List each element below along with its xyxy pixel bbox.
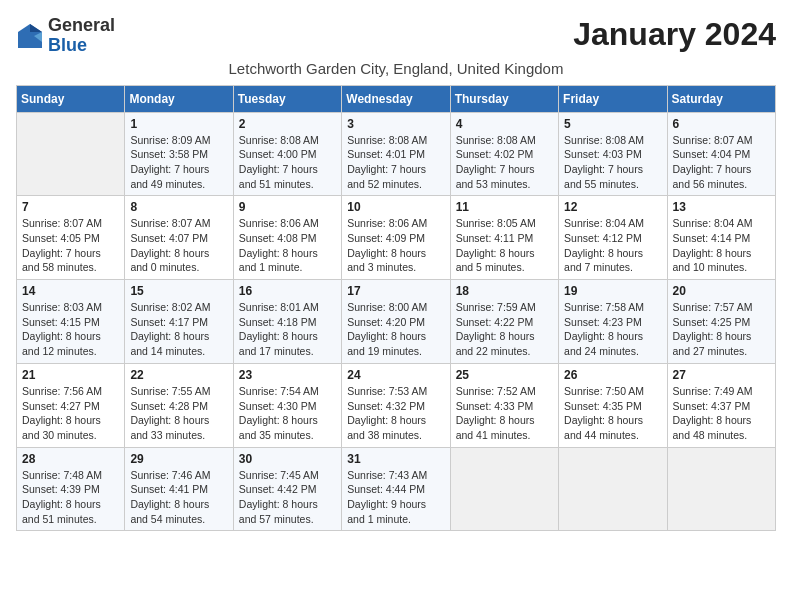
logo-general-text: General <box>48 15 115 35</box>
day-number: 22 <box>130 368 227 382</box>
day-info: Sunrise: 8:07 AMSunset: 4:04 PMDaylight:… <box>673 133 770 192</box>
svg-marker-1 <box>30 24 42 32</box>
calendar-cell: 29Sunrise: 7:46 AMSunset: 4:41 PMDayligh… <box>125 447 233 531</box>
calendar-cell: 24Sunrise: 7:53 AMSunset: 4:32 PMDayligh… <box>342 363 450 447</box>
day-info: Sunrise: 8:07 AMSunset: 4:07 PMDaylight:… <box>130 216 227 275</box>
calendar-cell: 3Sunrise: 8:08 AMSunset: 4:01 PMDaylight… <box>342 112 450 196</box>
day-number: 31 <box>347 452 444 466</box>
day-number: 26 <box>564 368 661 382</box>
calendar-cell <box>450 447 558 531</box>
calendar-cell: 10Sunrise: 8:06 AMSunset: 4:09 PMDayligh… <box>342 196 450 280</box>
day-info: Sunrise: 8:04 AMSunset: 4:14 PMDaylight:… <box>673 216 770 275</box>
day-number: 21 <box>22 368 119 382</box>
day-number: 9 <box>239 200 336 214</box>
day-info: Sunrise: 8:02 AMSunset: 4:17 PMDaylight:… <box>130 300 227 359</box>
calendar-cell: 11Sunrise: 8:05 AMSunset: 4:11 PMDayligh… <box>450 196 558 280</box>
day-number: 13 <box>673 200 770 214</box>
day-info: Sunrise: 7:55 AMSunset: 4:28 PMDaylight:… <box>130 384 227 443</box>
calendar-cell: 15Sunrise: 8:02 AMSunset: 4:17 PMDayligh… <box>125 280 233 364</box>
day-number: 11 <box>456 200 553 214</box>
day-info: Sunrise: 7:58 AMSunset: 4:23 PMDaylight:… <box>564 300 661 359</box>
day-info: Sunrise: 8:01 AMSunset: 4:18 PMDaylight:… <box>239 300 336 359</box>
day-info: Sunrise: 8:08 AMSunset: 4:00 PMDaylight:… <box>239 133 336 192</box>
calendar-cell: 12Sunrise: 8:04 AMSunset: 4:12 PMDayligh… <box>559 196 667 280</box>
calendar-cell: 6Sunrise: 8:07 AMSunset: 4:04 PMDaylight… <box>667 112 775 196</box>
title-section: January 2024 <box>573 16 776 53</box>
calendar-cell: 27Sunrise: 7:49 AMSunset: 4:37 PMDayligh… <box>667 363 775 447</box>
calendar-cell: 9Sunrise: 8:06 AMSunset: 4:08 PMDaylight… <box>233 196 341 280</box>
day-number: 4 <box>456 117 553 131</box>
logo-text: General Blue <box>48 16 115 56</box>
day-info: Sunrise: 8:06 AMSunset: 4:08 PMDaylight:… <box>239 216 336 275</box>
day-number: 7 <box>22 200 119 214</box>
day-info: Sunrise: 8:08 AMSunset: 4:03 PMDaylight:… <box>564 133 661 192</box>
calendar-cell: 4Sunrise: 8:08 AMSunset: 4:02 PMDaylight… <box>450 112 558 196</box>
logo-blue-text: Blue <box>48 35 87 55</box>
day-info: Sunrise: 8:03 AMSunset: 4:15 PMDaylight:… <box>22 300 119 359</box>
day-number: 12 <box>564 200 661 214</box>
day-number: 3 <box>347 117 444 131</box>
calendar-cell <box>667 447 775 531</box>
calendar-week-row: 21Sunrise: 7:56 AMSunset: 4:27 PMDayligh… <box>17 363 776 447</box>
calendar-cell: 16Sunrise: 8:01 AMSunset: 4:18 PMDayligh… <box>233 280 341 364</box>
day-number: 18 <box>456 284 553 298</box>
day-info: Sunrise: 8:07 AMSunset: 4:05 PMDaylight:… <box>22 216 119 275</box>
calendar-cell: 28Sunrise: 7:48 AMSunset: 4:39 PMDayligh… <box>17 447 125 531</box>
calendar-table: SundayMondayTuesdayWednesdayThursdayFrid… <box>16 85 776 532</box>
day-number: 1 <box>130 117 227 131</box>
day-info: Sunrise: 7:46 AMSunset: 4:41 PMDaylight:… <box>130 468 227 527</box>
calendar-cell <box>17 112 125 196</box>
column-header-friday: Friday <box>559 85 667 112</box>
location-title: Letchworth Garden City, England, United … <box>16 60 776 77</box>
day-number: 2 <box>239 117 336 131</box>
calendar-cell: 30Sunrise: 7:45 AMSunset: 4:42 PMDayligh… <box>233 447 341 531</box>
day-number: 16 <box>239 284 336 298</box>
day-number: 29 <box>130 452 227 466</box>
calendar-cell: 20Sunrise: 7:57 AMSunset: 4:25 PMDayligh… <box>667 280 775 364</box>
day-info: Sunrise: 7:43 AMSunset: 4:44 PMDaylight:… <box>347 468 444 527</box>
logo-icon <box>16 22 44 50</box>
column-header-monday: Monday <box>125 85 233 112</box>
month-title: January 2024 <box>573 16 776 53</box>
day-number: 28 <box>22 452 119 466</box>
calendar-cell: 1Sunrise: 8:09 AMSunset: 3:58 PMDaylight… <box>125 112 233 196</box>
day-number: 5 <box>564 117 661 131</box>
column-header-thursday: Thursday <box>450 85 558 112</box>
calendar-cell: 7Sunrise: 8:07 AMSunset: 4:05 PMDaylight… <box>17 196 125 280</box>
day-info: Sunrise: 7:53 AMSunset: 4:32 PMDaylight:… <box>347 384 444 443</box>
column-header-saturday: Saturday <box>667 85 775 112</box>
calendar-cell: 17Sunrise: 8:00 AMSunset: 4:20 PMDayligh… <box>342 280 450 364</box>
calendar-cell: 14Sunrise: 8:03 AMSunset: 4:15 PMDayligh… <box>17 280 125 364</box>
day-number: 27 <box>673 368 770 382</box>
day-info: Sunrise: 7:56 AMSunset: 4:27 PMDaylight:… <box>22 384 119 443</box>
calendar-cell: 31Sunrise: 7:43 AMSunset: 4:44 PMDayligh… <box>342 447 450 531</box>
day-info: Sunrise: 7:54 AMSunset: 4:30 PMDaylight:… <box>239 384 336 443</box>
day-number: 24 <box>347 368 444 382</box>
calendar-cell: 13Sunrise: 8:04 AMSunset: 4:14 PMDayligh… <box>667 196 775 280</box>
day-info: Sunrise: 7:59 AMSunset: 4:22 PMDaylight:… <box>456 300 553 359</box>
day-number: 30 <box>239 452 336 466</box>
day-number: 8 <box>130 200 227 214</box>
calendar-cell: 18Sunrise: 7:59 AMSunset: 4:22 PMDayligh… <box>450 280 558 364</box>
calendar-week-row: 1Sunrise: 8:09 AMSunset: 3:58 PMDaylight… <box>17 112 776 196</box>
calendar-week-row: 14Sunrise: 8:03 AMSunset: 4:15 PMDayligh… <box>17 280 776 364</box>
day-number: 17 <box>347 284 444 298</box>
calendar-week-row: 28Sunrise: 7:48 AMSunset: 4:39 PMDayligh… <box>17 447 776 531</box>
calendar-cell: 2Sunrise: 8:08 AMSunset: 4:00 PMDaylight… <box>233 112 341 196</box>
calendar-week-row: 7Sunrise: 8:07 AMSunset: 4:05 PMDaylight… <box>17 196 776 280</box>
logo: General Blue <box>16 16 115 56</box>
day-number: 6 <box>673 117 770 131</box>
day-number: 20 <box>673 284 770 298</box>
day-info: Sunrise: 7:48 AMSunset: 4:39 PMDaylight:… <box>22 468 119 527</box>
calendar-cell: 25Sunrise: 7:52 AMSunset: 4:33 PMDayligh… <box>450 363 558 447</box>
day-info: Sunrise: 7:50 AMSunset: 4:35 PMDaylight:… <box>564 384 661 443</box>
calendar-cell: 19Sunrise: 7:58 AMSunset: 4:23 PMDayligh… <box>559 280 667 364</box>
day-info: Sunrise: 8:05 AMSunset: 4:11 PMDaylight:… <box>456 216 553 275</box>
day-number: 10 <box>347 200 444 214</box>
day-info: Sunrise: 8:04 AMSunset: 4:12 PMDaylight:… <box>564 216 661 275</box>
column-header-tuesday: Tuesday <box>233 85 341 112</box>
calendar-cell: 5Sunrise: 8:08 AMSunset: 4:03 PMDaylight… <box>559 112 667 196</box>
page-header: General Blue January 2024 <box>16 16 776 56</box>
calendar-cell: 26Sunrise: 7:50 AMSunset: 4:35 PMDayligh… <box>559 363 667 447</box>
calendar-header-row: SundayMondayTuesdayWednesdayThursdayFrid… <box>17 85 776 112</box>
